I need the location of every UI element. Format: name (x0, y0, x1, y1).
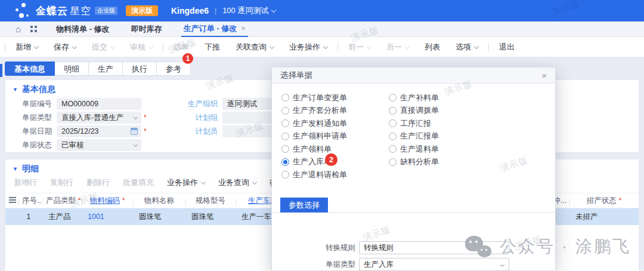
col-schedule-status[interactable]: 排产状态* (569, 196, 639, 206)
bill-type-select[interactable]: 直接入库-普通生产 (57, 112, 141, 124)
required-marker: * (144, 127, 147, 136)
toolbar-new-button[interactable]: 新增 (8, 42, 46, 53)
chevron-down-icon (134, 143, 138, 147)
radio-option[interactable]: 生产齐套分析单 (281, 104, 389, 118)
app-window: 金蝶云 星空 企业版 演示版 Kingdee6 | 100 逐同测试 ⌂ 物料清… (0, 0, 644, 271)
radio-option[interactable]: 生产发料通知单 (281, 117, 389, 130)
param-select-tab[interactable]: 参数选择 (280, 198, 328, 213)
cell-seq: 1 (18, 213, 42, 221)
toolbar-options-button[interactable]: 选项 (448, 42, 486, 53)
field-label-bill-no: 单据编号 (16, 99, 52, 109)
radio-option[interactable]: 生产汇报单 (389, 130, 496, 143)
toolbar-save-button[interactable]: 保存 (46, 42, 84, 53)
doc-type-select[interactable]: 生产入库 (359, 258, 509, 271)
cell-product-type: 主产品 (42, 212, 82, 222)
toolbar-previous-button[interactable]: 前一 (340, 42, 379, 53)
chevron-down-icon (367, 44, 371, 48)
toolbar-related-query-button[interactable]: 关联查询 (228, 42, 281, 53)
radio-icon[interactable] (389, 158, 397, 166)
radio-icon[interactable] (389, 119, 397, 127)
topbar-separator: | (215, 7, 216, 15)
row-menu-icon[interactable] (9, 197, 16, 203)
org-selector[interactable]: 100 逐同测试 (222, 5, 268, 16)
radio-option[interactable]: 生产补料单 (389, 91, 496, 104)
radio-option[interactable]: 生产退料单 (389, 143, 496, 156)
product-name: Kingdee6 (171, 6, 209, 16)
toolbar-business-ops-button[interactable]: 业务操作 (281, 42, 335, 53)
workspace-tab-bom[interactable]: 物料清单 - 修改 (54, 21, 112, 37)
radio-icon[interactable] (281, 145, 289, 153)
batch-fill-button[interactable]: 批量填充 (123, 177, 154, 188)
detail-section-header[interactable]: ▼ 明细 (13, 164, 39, 174)
radio-icon[interactable] (281, 119, 289, 127)
home-icon[interactable]: ⌂ (16, 24, 21, 33)
chevron-down-icon (474, 44, 479, 48)
radio-option[interactable]: 生产领料申请单 (281, 130, 389, 143)
close-tab-icon[interactable]: × (241, 24, 246, 33)
toolbar-next-button[interactable]: 后一 (379, 42, 417, 53)
workspace-tab-production-order[interactable]: 生产订单 - 修改 × (181, 21, 248, 37)
param-tab-bar: 参数选择 (272, 198, 555, 213)
main-toolbar: 新增 保存 提交 审核 选单 下推 关联查询 业务操作 前一 后一 列表 选项 … (0, 37, 644, 57)
collapse-triangle-icon[interactable]: ▼ (13, 166, 18, 172)
dialog-header[interactable]: 选择单据 × (272, 67, 555, 84)
radio-icon[interactable] (281, 94, 289, 101)
form-tab-detail[interactable]: 明细 (55, 61, 89, 76)
chevron-down-icon[interactable] (271, 8, 276, 13)
close-icon[interactable]: × (541, 71, 547, 80)
col-material-code[interactable]: 物料编码* (82, 196, 133, 206)
toolbar-submit-button[interactable]: 提交 (84, 42, 122, 53)
form-tab-production[interactable]: 生产 (89, 61, 123, 76)
radio-icon[interactable] (389, 145, 397, 153)
radio-option[interactable]: 生产领料单 (281, 143, 389, 156)
toolbar-pushdown-button[interactable]: 下推 (197, 42, 228, 53)
copy-row-button[interactable]: 复制行 (50, 177, 73, 188)
convert-rule-input[interactable]: 转换规则 (359, 241, 509, 254)
radio-option[interactable]: 缺料分析单 (389, 156, 496, 169)
col-product-type[interactable]: 产品类型* (42, 196, 82, 206)
col-spec[interactable]: 规格型号 (185, 196, 236, 206)
radio-icon[interactable] (281, 107, 289, 115)
toolbar-list-button[interactable]: 列表 (417, 42, 448, 53)
radio-icon[interactable] (389, 94, 397, 101)
doc-type-label: 单据类型 (312, 260, 355, 270)
collapse-triangle-icon[interactable]: ▼ (13, 87, 18, 93)
calendar-icon[interactable] (131, 128, 138, 135)
toolbar-pick-button[interactable]: 选单 (166, 42, 197, 53)
radio-option[interactable]: 生产订单变更单 (281, 91, 389, 104)
form-tab-basic-info[interactable]: 基本信息 (5, 61, 55, 76)
workspace-tab-label: 生产订单 - 修改 (184, 23, 237, 34)
delete-row-button[interactable]: 删除行 (86, 177, 110, 188)
radio-icon[interactable] (389, 133, 397, 140)
radio-icon[interactable] (281, 171, 289, 178)
radio-option[interactable]: 直接调拨单 (389, 104, 496, 118)
bill-date-field[interactable]: 2025/12/23 (57, 125, 141, 137)
radio-icon[interactable] (281, 133, 289, 140)
col-seq[interactable]: 序号.. (18, 196, 42, 206)
toolbar-audit-button[interactable]: 审核 (122, 42, 160, 53)
add-row-button[interactable]: 新增行 (14, 177, 37, 188)
form-tab-execution[interactable]: 执行 (123, 61, 157, 76)
cell-material-code[interactable]: 1001 (82, 213, 133, 221)
radio-selected-icon[interactable] (281, 158, 289, 166)
radio-icon[interactable] (389, 107, 397, 115)
row-business-ops-button[interactable]: 业务操作 (167, 177, 205, 188)
chevron-down-icon (323, 44, 328, 48)
radio-option[interactable]: 生产退料请检单 (281, 168, 389, 181)
radio-option[interactable]: 工序汇报 (389, 117, 496, 130)
toolbar-divider (488, 43, 489, 51)
demo-version-badge: 演示版 (126, 5, 158, 16)
col-material-name[interactable]: 物料名称 (133, 196, 185, 206)
bill-no-field: MO000009 (57, 98, 141, 110)
chevron-down-icon (72, 44, 77, 48)
workspace-tab-inventory[interactable]: 即时库存 (129, 21, 165, 37)
chevron-down-icon (134, 115, 138, 119)
app-grid-icon[interactable] (30, 26, 37, 32)
workspace-tab-label: 即时库存 (131, 24, 162, 35)
field-label-bill-type: 单据类型 (16, 113, 52, 123)
chevron-down-icon (500, 263, 504, 267)
toolbar-exit-button[interactable]: 退出 (491, 42, 522, 53)
bill-status-select[interactable]: 已审核 (57, 139, 141, 151)
row-business-query-button[interactable]: 业务查询 (218, 177, 256, 188)
basic-info-section-header[interactable]: ▼ 基本信息 (13, 84, 55, 95)
